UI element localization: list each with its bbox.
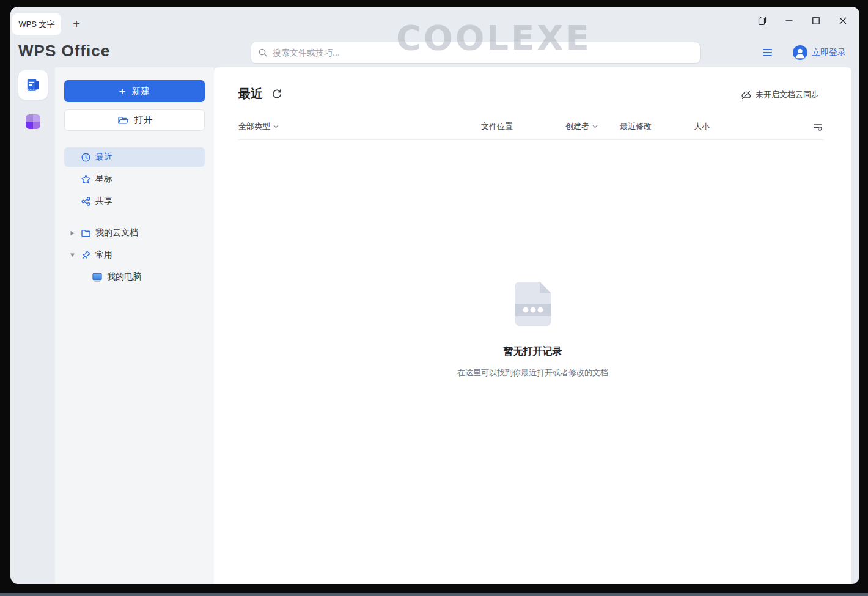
- open-document-button[interactable]: 打开: [64, 109, 205, 131]
- nav-label-my-computer: 我的电脑: [107, 271, 141, 282]
- nav-item-cloud-docs[interactable]: 我的云文档: [64, 223, 205, 243]
- apps-grid-icon: [26, 114, 33, 122]
- screen-bottom-edge: [0, 593, 868, 596]
- nav-label-recent: 最近: [95, 152, 112, 163]
- column-file-location: 文件位置: [481, 121, 513, 132]
- caret-right-icon[interactable]: [70, 230, 80, 236]
- global-menu-button[interactable]: [763, 49, 772, 56]
- window-controls: [757, 7, 848, 35]
- open-folder-icon: [117, 114, 128, 126]
- document-tab[interactable]: WPS 文字: [12, 13, 61, 35]
- account-area: 立即登录: [763, 42, 846, 64]
- empty-document-icon: [515, 282, 551, 326]
- titlebar: WPS 文字 +: [10, 7, 859, 35]
- rail-item-apps[interactable]: [26, 114, 40, 129]
- column-modified: 最近修改: [620, 121, 652, 132]
- wps-office-logo: WPS Office: [18, 42, 110, 61]
- plus-icon: +: [119, 86, 125, 97]
- maximize-icon: [812, 17, 820, 25]
- list-settings-icon: [812, 122, 823, 132]
- toolbar: WPS Office 立即登录: [10, 35, 859, 67]
- folder-icon: [80, 228, 91, 238]
- refresh-icon: [271, 89, 282, 100]
- nav-item-frequent[interactable]: 常用: [64, 245, 205, 265]
- new-tab-button[interactable]: +: [67, 13, 86, 35]
- sidenav: + 新建 打开: [55, 67, 214, 584]
- page-head: 最近: [238, 86, 282, 102]
- search-input[interactable]: [273, 48, 693, 57]
- chevron-down-icon: [273, 125, 279, 128]
- minimize-icon: [785, 17, 793, 25]
- nav-item-starred[interactable]: 星标: [64, 169, 205, 189]
- open-button-label: 打开: [134, 114, 153, 126]
- header-divider: [238, 139, 824, 140]
- app-window: WPS 文字 + WPS Office: [10, 7, 859, 584]
- nav-label-shared: 共享: [95, 196, 112, 207]
- new-document-button[interactable]: + 新建: [64, 80, 205, 102]
- page-title: 最近: [238, 86, 263, 102]
- star-icon: [80, 174, 91, 185]
- share-icon: [80, 196, 91, 207]
- caret-down-icon[interactable]: [70, 252, 80, 257]
- new-button-label: 新建: [132, 86, 150, 97]
- column-creator[interactable]: 创建者: [565, 121, 598, 132]
- cloud-off-icon: [741, 90, 751, 100]
- refresh-button[interactable]: [271, 89, 282, 100]
- empty-state-title: 暂无打开记录: [392, 345, 674, 358]
- nav-label-frequent: 常用: [95, 249, 112, 260]
- rail-item-docs[interactable]: [18, 70, 48, 100]
- nav-list: 最近 星标: [64, 147, 205, 287]
- stacked-windows-icon: [757, 16, 767, 26]
- app-rail: [10, 67, 55, 584]
- chevron-down-icon: [592, 125, 598, 128]
- column-file-type[interactable]: 全部类型: [238, 121, 279, 132]
- nav-item-recent[interactable]: 最近: [64, 147, 205, 167]
- document-tab-label: WPS 文字: [18, 19, 54, 30]
- minimize-button[interactable]: [784, 15, 795, 26]
- clock-icon: [80, 152, 91, 163]
- avatar-icon: [793, 45, 807, 60]
- login-label: 立即登录: [812, 47, 846, 58]
- empty-state: 暂无打开记录 在这里可以找到你最近打开或者修改的文档: [392, 282, 674, 378]
- cloud-sync-label: 未开启文档云同步: [756, 89, 819, 100]
- nav-label-starred: 星标: [95, 174, 112, 185]
- nav-label-cloud-docs: 我的云文档: [95, 227, 138, 238]
- close-icon: [839, 17, 847, 25]
- nav-item-my-computer[interactable]: 我的电脑: [64, 267, 205, 287]
- column-header-row: 全部类型 文件位置 创建者 最近修改 大小: [214, 121, 851, 137]
- tabs-overview-button[interactable]: [757, 15, 768, 26]
- document-app-icon: [25, 77, 41, 93]
- login-button[interactable]: 立即登录: [793, 45, 846, 60]
- search-bar[interactable]: [251, 42, 701, 64]
- main-panel: 最近 未开启文档云同步 全部类型: [214, 67, 851, 584]
- column-size: 大小: [694, 121, 710, 132]
- list-options-button[interactable]: [812, 122, 823, 132]
- cloud-sync-status[interactable]: 未开启文档云同步: [741, 89, 819, 100]
- computer-icon: [92, 272, 103, 282]
- empty-state-subtitle: 在这里可以找到你最近打开或者修改的文档: [392, 367, 674, 378]
- search-icon: [258, 48, 268, 57]
- nav-item-shared[interactable]: 共享: [64, 191, 205, 211]
- app-body: + 新建 打开: [10, 67, 859, 584]
- maximize-button[interactable]: [811, 15, 822, 26]
- close-button[interactable]: [837, 15, 848, 26]
- pin-icon: [80, 250, 91, 260]
